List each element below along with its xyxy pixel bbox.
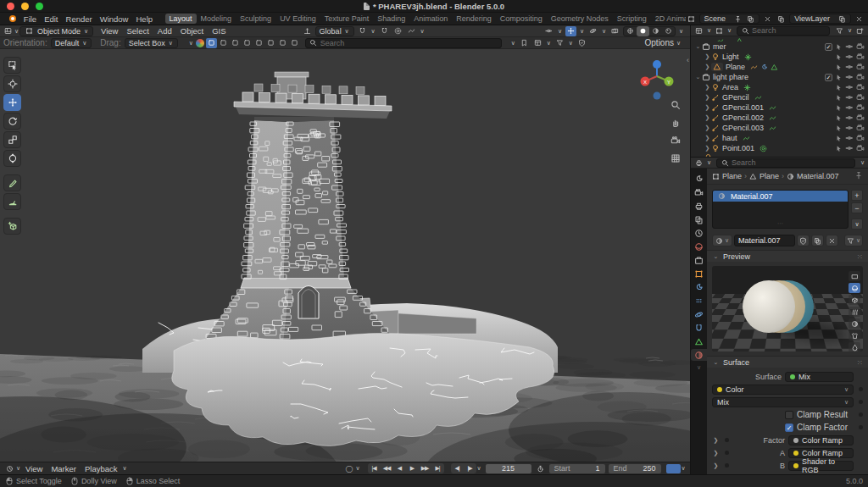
shield-icon[interactable] — [576, 38, 587, 48]
chevron-down-icon[interactable]: ∨ — [420, 26, 426, 36]
preview-cloth-button[interactable] — [849, 330, 860, 340]
hide-eye-icon[interactable] — [845, 83, 854, 91]
gis-toggle-icon[interactable] — [265, 38, 276, 48]
chevron-down-icon[interactable]: ∨ — [370, 26, 376, 36]
outliner-row[interactable]: ⌄ mer ✓ — [691, 42, 868, 52]
chevron-down-icon[interactable]: ∨ — [706, 25, 712, 36]
breadcrumb-item[interactable]: Plane — [712, 172, 742, 180]
lighthouse-scene[interactable] — [0, 49, 690, 462]
scene-icon[interactable] — [686, 14, 697, 24]
decorator-dot[interactable] — [859, 387, 863, 391]
disclosure-icon[interactable]: ❯ — [704, 114, 711, 121]
outliner-row[interactable]: ❯ GPencil — [691, 92, 868, 102]
properties-search[interactable] — [716, 158, 855, 168]
properties-tab-world[interactable] — [691, 241, 707, 252]
hide-eye-icon[interactable] — [845, 63, 854, 71]
snap-magnet-icon[interactable] — [379, 26, 390, 36]
tool-add-cube[interactable] — [3, 218, 21, 235]
select-arrow-icon[interactable] — [835, 114, 843, 122]
proportional-editing-icon[interactable] — [392, 26, 403, 36]
outliner-row[interactable]: ❯ Light — [691, 52, 868, 62]
chevron-down-icon[interactable]: ∨ — [546, 38, 552, 48]
render-visibility-icon[interactable] — [856, 144, 865, 152]
modifier-icon[interactable] — [760, 64, 768, 71]
add-slot-button[interactable]: + — [851, 190, 863, 201]
tool-annotate[interactable] — [3, 174, 21, 191]
timeline-menu-playback[interactable]: Playback — [81, 464, 122, 473]
tool-scale[interactable] — [3, 131, 21, 148]
outliner-row[interactable]: ❯ haut — [691, 133, 868, 143]
gp-data-icon[interactable] — [754, 94, 762, 102]
select-arrow-icon[interactable] — [835, 125, 843, 132]
shading-material-preview-icon[interactable] — [649, 26, 662, 36]
outliner-row[interactable]: ❯ GPencil.002 — [691, 113, 868, 123]
zoom-icon[interactable] — [670, 100, 681, 112]
frame-forward-button[interactable]: |▶ — [464, 463, 476, 473]
material-browse-button[interactable]: ∨ — [712, 235, 732, 246]
chevron-down-icon[interactable]: ∨ — [355, 463, 361, 473]
disclosure-icon[interactable]: ❯ — [704, 84, 711, 91]
orientation-selector[interactable]: Global ∨ — [315, 26, 354, 36]
breadcrumb-item[interactable]: Plane — [749, 172, 779, 180]
properties-tab-object-data[interactable] — [691, 335, 707, 347]
shading-wireframe-icon[interactable] — [624, 26, 637, 36]
select-arrow-icon[interactable] — [835, 104, 843, 112]
clamp-factor-checkbox[interactable]: ✓ — [785, 423, 793, 432]
workspace-tab-compositing[interactable]: Compositing — [496, 14, 547, 24]
menu-help[interactable]: Help — [132, 14, 157, 24]
render-visibility-icon[interactable] — [856, 42, 865, 51]
workspace-tab-shading[interactable]: Shading — [373, 14, 409, 24]
disclosure-icon[interactable]: ⌄ — [694, 43, 702, 50]
disclosure-icon[interactable]: ❯ — [712, 462, 720, 469]
properties-tab-view-layer[interactable] — [691, 213, 707, 225]
keyframe-next-button[interactable]: ▶▶ — [419, 463, 431, 473]
select-arrow-icon[interactable] — [835, 84, 843, 91]
mode-selector[interactable]: Object Mode ∨ — [19, 26, 93, 36]
workspace-tab-2d-animation[interactable]: 2D Animation — [651, 14, 686, 24]
decorator-dot[interactable] — [725, 451, 729, 455]
select-arrow-icon[interactable] — [835, 135, 843, 142]
point-light-data-icon[interactable] — [760, 145, 767, 152]
gp-data-icon[interactable] — [743, 135, 750, 142]
gizmos-icon[interactable] — [565, 26, 576, 36]
shading-rendered-icon[interactable] — [662, 26, 675, 36]
hide-eye-icon[interactable] — [845, 134, 854, 142]
mesh-data-icon[interactable] — [771, 64, 778, 71]
chevron-down-icon[interactable]: ∨ — [601, 26, 607, 36]
tool-rotate[interactable] — [3, 113, 21, 130]
select-arrow-icon[interactable] — [835, 145, 843, 152]
decorator-dot[interactable] — [859, 425, 863, 429]
scene-selector[interactable]: Scene — [699, 14, 760, 24]
stopwatch-icon[interactable] — [535, 463, 546, 473]
shading-solid-icon[interactable] — [637, 26, 649, 36]
play-reverse-button[interactable]: ◀ — [393, 463, 406, 473]
camera-view-icon[interactable] — [670, 136, 681, 147]
properties-editor-icon[interactable] — [693, 158, 704, 168]
hide-eye-icon[interactable] — [845, 73, 854, 81]
start-frame-field[interactable]: Start 1 — [549, 464, 605, 473]
zoom-icon[interactable] — [670, 100, 681, 110]
hide-eye-icon[interactable] — [845, 124, 854, 132]
material-slot-row[interactable]: Material.007 — [713, 191, 848, 202]
chevron-down-icon[interactable]: ∨ — [697, 364, 701, 371]
mesh-data-icon[interactable] — [736, 37, 743, 42]
tool-move[interactable] — [3, 94, 21, 111]
axis-z-ball[interactable] — [653, 60, 661, 69]
camera-view-icon[interactable] — [670, 136, 681, 146]
drag-dots-icon[interactable]: ⁙ — [856, 252, 863, 261]
decorator-dot[interactable] — [725, 438, 729, 442]
sync-icon[interactable] — [666, 464, 681, 473]
render-visibility-icon[interactable] — [856, 93, 865, 102]
select-arrow-icon[interactable] — [835, 53, 843, 61]
chevron-down-icon[interactable]: ∨ — [15, 463, 21, 473]
properties-tab-object[interactable] — [691, 268, 707, 279]
timeline-menu-view[interactable]: View — [21, 464, 47, 473]
layout-icon[interactable] — [532, 38, 543, 48]
render-visibility-icon[interactable] — [856, 83, 865, 91]
orientation-default-selector[interactable]: Default ∨ — [51, 38, 92, 48]
select-arrow-icon[interactable] — [835, 64, 843, 71]
gp-data-icon[interactable] — [769, 114, 776, 122]
select-arrow-icon[interactable] — [835, 74, 843, 81]
decorator-dot[interactable] — [725, 463, 729, 468]
hide-eye-icon[interactable] — [845, 113, 854, 122]
